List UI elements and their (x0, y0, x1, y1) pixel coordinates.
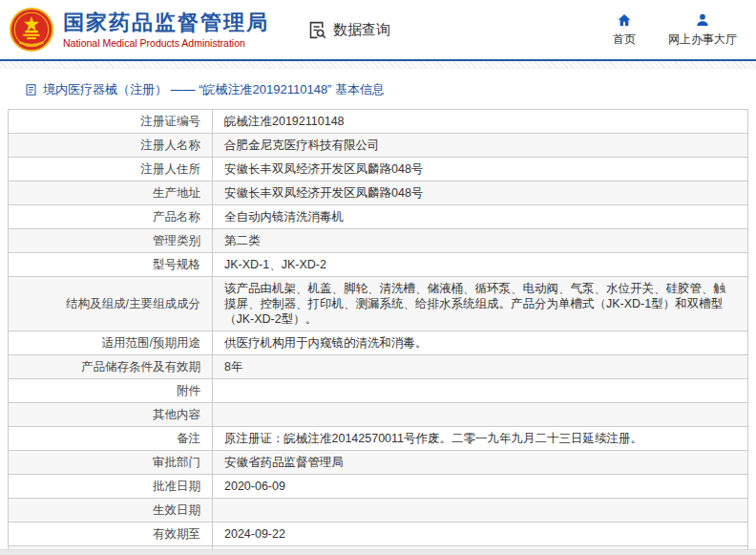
table-row: 产品储存条件及有效期 8年 (9, 355, 748, 379)
field-label: 管理类别 (9, 229, 213, 253)
field-value: 合肥金尼克医疗科技有限公司 (213, 134, 748, 158)
table-row: 生产地址 安徽长丰双凤经济开发区凤麟路048号 (9, 181, 748, 205)
field-label: 结构及组成/主要组成成分 (9, 277, 213, 331)
field-value (213, 499, 748, 523)
field-label: 生产地址 (9, 181, 213, 205)
site-title-cn: 国家药品监督管理局 (63, 11, 269, 34)
site-title: 国家药品监督管理局 National Medical Products Admi… (63, 11, 269, 49)
field-value: 全自动内镜清洗消毒机 (213, 205, 748, 229)
table-row: 产品名称 全自动内镜清洗消毒机 (9, 205, 748, 229)
field-label: 备注 (9, 427, 213, 451)
document-search-icon (307, 20, 327, 40)
national-emblem-logo (10, 8, 53, 52)
field-value: 供医疗机构用于内窥镜的清洗和消毒。 (213, 331, 748, 355)
table-row: 审批部门 安徽省药品监督管理局 (9, 451, 748, 475)
field-value: 安徽省药品监督管理局 (213, 451, 748, 475)
table-row: 结构及组成/主要组成成分 该产品由机架、机盖、脚轮、清洗槽、储液桶、循环泵、电动… (9, 277, 748, 331)
header-hatch-band (0, 61, 756, 69)
table-row: 型号规格 JK-XD-1、JK-XD-2 (9, 253, 748, 277)
table-row: 注册证编号 皖械注准20192110148 (9, 110, 748, 134)
field-label: 有效期至 (9, 523, 213, 546)
field-value (213, 379, 748, 403)
home-icon (617, 12, 632, 28)
field-label: 产品名称 (9, 205, 213, 229)
field-label: 生效日期 (9, 499, 213, 523)
registration-info-table: 注册证编号 皖械注准20192110148 注册人名称 合肥金尼克医疗科技有限公… (8, 109, 748, 555)
table-row: 其他内容 (9, 403, 748, 427)
table-row: 注册人住所 安徽长丰双凤经济开发区凤麟路048号 (9, 158, 748, 181)
table-row: 备注 原注册证：皖械注准20142570011号作废。二零一九年九月二十三日延续… (9, 427, 748, 451)
field-value: 该产品由机架、机盖、脚轮、清洗槽、储液桶、循环泵、电动阀、气泵、水位开关、硅胶管… (213, 277, 748, 331)
field-label: 注册证编号 (9, 110, 213, 134)
field-value: 2024-09-22 (213, 523, 748, 546)
nav-home-label: 首页 (613, 32, 636, 48)
field-value: 安徽长丰双凤经济开发区凤麟路048号 (213, 158, 748, 181)
data-query-label: 数据查询 (333, 21, 390, 39)
field-value: 第二类 (213, 229, 748, 253)
field-label: 附件 (9, 379, 213, 403)
field-label: 注册人住所 (9, 158, 213, 181)
table-row: 适用范围/预期用途 供医疗机构用于内窥镜的清洗和消毒。 (9, 331, 748, 355)
table-row: 有效期至 2024-09-22 (9, 523, 748, 546)
field-label: 批准日期 (9, 475, 213, 499)
nav-online-hall-label: 网上办事大厅 (668, 32, 737, 48)
field-value: 皖械注准20192110148 (213, 110, 748, 134)
field-value: JK-XD-1、JK-XD-2 (213, 253, 748, 277)
field-value (213, 403, 748, 427)
field-label: 其他内容 (9, 403, 213, 427)
table-row: 生效日期 (9, 499, 748, 523)
header-nav: 首页 网上办事大厅 (613, 12, 756, 48)
site-header: 国家药品监督管理局 National Medical Products Admi… (0, 0, 756, 61)
field-label: 审批部门 (9, 451, 213, 475)
nav-online-hall[interactable]: 网上办事大厅 (668, 12, 737, 48)
field-label: 产品储存条件及有效期 (9, 355, 213, 379)
field-label: 注册人名称 (9, 134, 213, 158)
page-icon (25, 83, 37, 96)
field-value: 安徽长丰双凤经济开发区凤麟路048号 (213, 181, 748, 205)
nav-home[interactable]: 首页 (613, 12, 636, 48)
table-row: 批准日期 2020-06-09 (9, 475, 748, 499)
data-query-section[interactable]: 数据查询 (307, 20, 390, 40)
field-label: 适用范围/预期用途 (9, 331, 213, 355)
site-title-en: National Medical Products Administration (63, 37, 269, 49)
table-row: 管理类别 第二类 (9, 229, 748, 253)
table-row: 注册人名称 合肥金尼克医疗科技有限公司 (9, 134, 748, 158)
footer-band (0, 549, 756, 555)
person-icon (695, 12, 710, 28)
field-value: 8年 (213, 355, 748, 379)
field-label: 型号规格 (9, 253, 213, 277)
breadcrumb: 境内医疗器械（注册） —— “皖械注准20192110148” 基本信息 (0, 69, 756, 109)
field-value: 2020-06-09 (213, 475, 748, 499)
field-value: 原注册证：皖械注准20142570011号作废。二零一九年九月二十三日延续注册。 (213, 427, 748, 451)
page-title: 境内医疗器械（注册） —— “皖械注准20192110148” 基本信息 (43, 81, 385, 98)
table-row: 附件 (9, 379, 748, 403)
